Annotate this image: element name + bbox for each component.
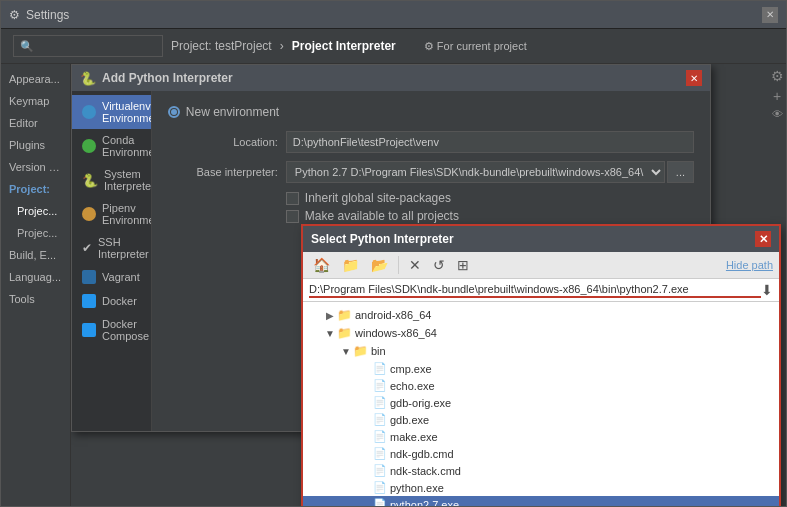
base-interp-select[interactable]: Python 2.7 D:\Program Files\SDK\ndk-bund…: [286, 161, 665, 183]
android-label: android-x86_64: [355, 309, 431, 321]
python27-file-icon: 📄: [373, 498, 387, 506]
sidebar-item-editor[interactable]: Editor: [1, 112, 70, 134]
gdb-file-icon: 📄: [373, 413, 387, 426]
interp-type-docker-compose[interactable]: Docker Compose: [72, 313, 151, 347]
interp-type-system[interactable]: 🐍 System Interpreter: [72, 163, 151, 197]
virtualenv-label: Virtualenv Environment: [102, 100, 152, 124]
tree-item-windows[interactable]: ▼ 📁 windows-x86_64: [303, 324, 779, 342]
sidebar-item-keymap[interactable]: Keymap: [1, 90, 70, 112]
docker-compose-icon: [82, 323, 96, 337]
project-label: Project: testProject: [171, 39, 272, 53]
android-folder-icon: 📁: [337, 308, 352, 322]
path-download-button[interactable]: ⬇: [761, 282, 773, 298]
inherit-checkbox-row: Inherit global site-packages: [286, 191, 694, 205]
vagrant-label: Vagrant: [102, 271, 140, 283]
interp-type-ssh[interactable]: ✔ SSH Interpreter: [72, 231, 151, 265]
cmp-label: cmp.exe: [390, 363, 432, 375]
up-button[interactable]: 📁: [338, 255, 363, 275]
ssh-label: SSH Interpreter: [98, 236, 149, 260]
inherit-label: Inherit global site-packages: [305, 191, 451, 205]
make-label: make.exe: [390, 431, 438, 443]
location-label: Location:: [168, 136, 278, 148]
sidebar-item-project[interactable]: Project:: [1, 178, 70, 200]
tree-item-cmp[interactable]: 📄 cmp.exe: [303, 360, 779, 377]
settings-titlebar: ⚙ Settings ✕: [1, 1, 786, 29]
sidebar-item-tools[interactable]: Tools: [1, 288, 70, 310]
sidebar-item-languages[interactable]: Languag...: [1, 266, 70, 288]
inherit-checkbox[interactable]: [286, 192, 299, 205]
interp-type-docker[interactable]: Docker: [72, 289, 151, 313]
system-label: System Interpreter: [104, 168, 152, 192]
path-display: D:\Program Files\SDK\ndk-bundle\prebuilt…: [309, 283, 761, 298]
window-title: Settings: [26, 8, 69, 22]
sidebar-item-plugins[interactable]: Plugins: [1, 134, 70, 156]
select-interp-titlebar: Select Python Interpreter ✕: [303, 226, 779, 252]
refresh-button[interactable]: ↺: [429, 255, 449, 275]
select-interp-title: Select Python Interpreter: [311, 232, 454, 246]
settings-header: Project: testProject › Project Interpret…: [1, 29, 786, 64]
interp-type-pipenv[interactable]: Pipenv Environment: [72, 197, 151, 231]
panel-eye-button[interactable]: 👁: [772, 108, 783, 120]
sidebar-item-build[interactable]: Build, E...: [1, 244, 70, 266]
hide-path-button[interactable]: Hide path: [726, 259, 773, 271]
tree-item-android[interactable]: ▶ 📁 android-x86_64: [303, 306, 779, 324]
bin-arrow-icon: ▼: [339, 346, 353, 357]
location-row: Location:: [168, 131, 694, 153]
panel-plus-button[interactable]: +: [773, 88, 781, 104]
make-available-checkbox[interactable]: [286, 210, 299, 223]
for-current-label: ⚙ For current project: [424, 40, 527, 53]
new-env-radio[interactable]: [168, 106, 180, 118]
settings-main: 🐍 Add Python Interpreter ✕ Virtualenv En…: [71, 64, 786, 506]
ndk-stack-label: ndk-stack.cmd: [390, 465, 461, 477]
ssh-icon: ✔: [82, 241, 92, 255]
tree-item-make[interactable]: 📄 make.exe: [303, 428, 779, 445]
base-interp-row: Base interpreter: Python 2.7 D:\Program …: [168, 161, 694, 183]
page-title: Project Interpreter: [292, 39, 396, 53]
select-interp-close-button[interactable]: ✕: [755, 231, 771, 247]
home-button[interactable]: 🏠: [309, 255, 334, 275]
base-interp-browse-button[interactable]: ...: [667, 161, 694, 183]
system-icon: 🐍: [82, 173, 98, 188]
sidebar-item-project-interp[interactable]: Projec...: [1, 200, 70, 222]
python-file-icon: 📄: [373, 481, 387, 494]
location-input[interactable]: [286, 131, 694, 153]
cut-button[interactable]: ✕: [405, 255, 425, 275]
settings-body: Appeara... Keymap Editor Plugins Version…: [1, 64, 786, 506]
python-label: python.exe: [390, 482, 444, 494]
panel-gear-button[interactable]: ⚙: [771, 68, 784, 84]
interp-type-conda[interactable]: Conda Environment: [72, 129, 151, 163]
expand-button[interactable]: ⊞: [453, 255, 473, 275]
tree-item-echo[interactable]: 📄 echo.exe: [303, 377, 779, 394]
add-interp-close-button[interactable]: ✕: [686, 70, 702, 86]
windows-arrow-icon: ▼: [323, 328, 337, 339]
gdb-orig-label: gdb-orig.exe: [390, 397, 451, 409]
make-available-label: Make available to all projects: [305, 209, 459, 223]
close-button[interactable]: ✕: [762, 7, 778, 23]
tree-item-python27[interactable]: 📄 python2.7.exe: [303, 496, 779, 506]
make-file-icon: 📄: [373, 430, 387, 443]
sidebar-item-project-struct[interactable]: Projec...: [1, 222, 70, 244]
settings-search-input[interactable]: [13, 35, 163, 57]
tree-item-ndk-stack[interactable]: 📄 ndk-stack.cmd: [303, 462, 779, 479]
cmp-file-icon: 📄: [373, 362, 387, 375]
tree-item-ndk-gdb[interactable]: 📄 ndk-gdb.cmd: [303, 445, 779, 462]
location-input-group: [286, 131, 694, 153]
new-env-row: New environment: [168, 105, 694, 119]
ndk-gdb-label: ndk-gdb.cmd: [390, 448, 454, 460]
tree-item-gdb[interactable]: 📄 gdb.exe: [303, 411, 779, 428]
create-folder-button[interactable]: 📂: [367, 255, 392, 275]
docker-label: Docker: [102, 295, 137, 307]
python27-label: python2.7.exe: [390, 499, 459, 507]
interp-type-virtualenv[interactable]: Virtualenv Environment: [72, 95, 151, 129]
bin-folder-icon: 📁: [353, 344, 368, 358]
interp-type-vagrant[interactable]: Vagrant: [72, 265, 151, 289]
titlebar-right: ✕: [762, 7, 778, 23]
tree-item-gdb-orig[interactable]: 📄 gdb-orig.exe: [303, 394, 779, 411]
sidebar-item-version[interactable]: Version C...: [1, 156, 70, 178]
docker-compose-label: Docker Compose: [102, 318, 149, 342]
new-env-label: New environment: [186, 105, 279, 119]
tree-item-python[interactable]: 📄 python.exe: [303, 479, 779, 496]
sidebar-item-appearance[interactable]: Appeara...: [1, 68, 70, 90]
tree-item-bin[interactable]: ▼ 📁 bin: [303, 342, 779, 360]
vagrant-icon: [82, 270, 96, 284]
